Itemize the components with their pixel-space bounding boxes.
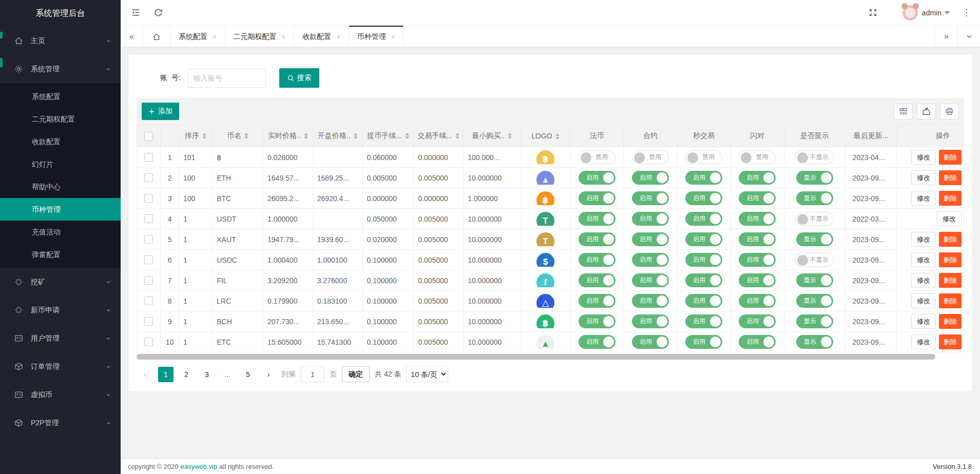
visible-toggle[interactable]: 不显示 — [795, 212, 834, 226]
contract-toggle[interactable]: 启用 — [632, 171, 669, 185]
visible-toggle[interactable]: 不显示 — [795, 253, 834, 267]
visible-toggle[interactable]: 显示 — [796, 171, 833, 185]
prev-page-icon[interactable]: ‹ — [138, 367, 153, 382]
column-header[interactable]: 币名 — [213, 125, 263, 147]
sidebar-item-users[interactable]: 用户管理 — [0, 324, 121, 352]
avatar[interactable] — [902, 5, 918, 21]
seconds-trade-toggle[interactable]: 启用 — [685, 212, 722, 226]
sidebar-item-mining[interactable]: 挖矿 — [0, 268, 121, 296]
tab-active[interactable]: 币种管理× — [349, 26, 404, 47]
fiat-toggle[interactable]: 启用 — [579, 314, 616, 328]
sidebar-subitem[interactable]: 幻灯片 — [0, 153, 121, 175]
fullscreen-icon[interactable] — [868, 7, 879, 18]
edit-button[interactable]: 修改 — [911, 232, 936, 247]
contract-toggle[interactable]: 禁用 — [632, 150, 669, 164]
row-checkbox[interactable] — [144, 194, 153, 203]
delete-button[interactable]: 删除 — [939, 334, 962, 349]
contract-toggle[interactable]: 启用 — [632, 273, 669, 287]
sidebar-subitem[interactable]: 系统配置 — [0, 85, 121, 108]
visible-toggle[interactable]: 显示 — [796, 314, 833, 328]
fiat-toggle[interactable]: 启用 — [579, 232, 616, 246]
scrollbar-thumb[interactable] — [137, 354, 935, 360]
row-checkbox[interactable] — [144, 276, 153, 285]
flash-swap-toggle[interactable]: 启用 — [739, 171, 776, 185]
tab-item[interactable]: 二元期权配置× — [225, 26, 295, 47]
sort-icon[interactable] — [555, 133, 560, 140]
edit-button[interactable]: 修改 — [911, 150, 936, 165]
tab-home-icon[interactable] — [143, 26, 170, 47]
search-button[interactable]: 搜索 — [279, 68, 319, 88]
page-button[interactable]: 5 — [240, 367, 256, 382]
seconds-trade-toggle[interactable]: 启用 — [685, 171, 722, 185]
fiat-toggle[interactable]: 禁用 — [579, 150, 616, 164]
contract-toggle[interactable]: 启用 — [632, 294, 669, 308]
sidebar-subitem[interactable]: 帮助中心 — [0, 175, 121, 198]
page-button-active[interactable]: 1 — [158, 367, 174, 382]
row-checkbox[interactable] — [144, 317, 153, 326]
edit-button[interactable]: 修改 — [911, 191, 936, 206]
seconds-trade-toggle[interactable]: 启用 — [685, 253, 722, 267]
edit-button[interactable]: 修改 — [937, 211, 962, 226]
select-all-checkbox[interactable] — [144, 132, 153, 141]
sidebar-subitem[interactable]: 弹窗配置 — [0, 243, 121, 266]
sidebar-subitem[interactable]: 充值活动 — [0, 221, 121, 243]
flash-swap-toggle[interactable]: 启用 — [739, 232, 776, 246]
flash-swap-toggle[interactable]: 启用 — [739, 335, 776, 349]
flash-swap-toggle[interactable]: 启用 — [739, 294, 776, 308]
fiat-toggle[interactable]: 启用 — [579, 273, 616, 287]
page-size-select[interactable]: 10 条/页 — [406, 366, 448, 382]
fiat-toggle[interactable]: 启用 — [579, 191, 616, 205]
tab-item[interactable]: 系统配置× — [170, 26, 225, 47]
sort-icon[interactable] — [202, 133, 206, 139]
jump-page-input[interactable] — [301, 366, 324, 382]
delete-button[interactable]: 删除 — [939, 273, 962, 288]
visible-toggle[interactable]: 显示 — [796, 232, 833, 246]
sidebar-subitem[interactable]: 二元期权配置 — [0, 108, 121, 130]
seconds-trade-toggle[interactable]: 禁用 — [685, 150, 722, 164]
account-input[interactable] — [188, 69, 266, 88]
contract-toggle[interactable]: 启用 — [632, 232, 669, 246]
contract-toggle[interactable]: 启用 — [632, 212, 669, 226]
fiat-toggle[interactable]: 启用 — [579, 335, 616, 349]
row-checkbox[interactable] — [144, 173, 153, 182]
seconds-trade-toggle[interactable]: 启用 — [685, 314, 722, 328]
seconds-trade-toggle[interactable]: 启用 — [685, 335, 722, 349]
sidebar-item-system[interactable]: 系统管理 — [0, 55, 121, 83]
close-tab-icon[interactable]: × — [336, 33, 340, 41]
sidebar-item-orders[interactable]: 订单管理 — [0, 352, 121, 381]
sidebar-subitem-active[interactable]: 币种管理 — [0, 198, 121, 221]
flash-swap-toggle[interactable]: 启用 — [739, 314, 776, 328]
column-header[interactable]: 排序 — [179, 125, 213, 147]
row-checkbox[interactable] — [144, 214, 153, 223]
sidebar-item-new-coin[interactable]: 新币申请 — [0, 296, 121, 324]
flash-swap-toggle[interactable]: 启用 — [739, 191, 776, 205]
close-tab-icon[interactable]: × — [282, 33, 286, 41]
jump-confirm-button[interactable]: 确定 — [342, 366, 370, 382]
flash-swap-toggle[interactable]: 启用 — [739, 273, 776, 287]
sidebar-subitem[interactable]: 收款配置 — [0, 130, 121, 153]
delete-button[interactable]: 删除 — [939, 191, 962, 206]
columns-toggle-button[interactable] — [894, 104, 913, 120]
close-tab-icon[interactable]: × — [213, 33, 217, 41]
contract-toggle[interactable]: 启用 — [632, 314, 669, 328]
edit-button[interactable]: 修改 — [911, 252, 936, 267]
fiat-toggle[interactable]: 启用 — [579, 171, 616, 185]
edit-button[interactable]: 修改 — [911, 334, 936, 349]
delete-button[interactable]: 删除 — [939, 293, 962, 308]
sidebar-item-virtual-coin[interactable]: 虚拟币 — [0, 381, 121, 409]
user-menu[interactable]: admin — [922, 9, 950, 17]
edit-button[interactable]: 修改 — [911, 273, 936, 288]
sort-icon[interactable] — [405, 133, 409, 139]
column-header[interactable]: 开盘价格.. — [313, 125, 362, 147]
tab-item[interactable]: 收款配置× — [294, 26, 349, 47]
column-header[interactable]: 交易手续... — [414, 125, 464, 147]
visible-toggle[interactable]: 显示 — [796, 191, 833, 205]
fiat-toggle[interactable]: 启用 — [579, 212, 616, 226]
footer-link[interactable]: easyweb.vip — [180, 463, 217, 470]
seconds-trade-toggle[interactable]: 启用 — [685, 294, 722, 308]
visible-toggle[interactable]: 显示 — [796, 294, 833, 308]
refresh-icon[interactable] — [152, 7, 164, 18]
row-checkbox[interactable] — [144, 297, 153, 305]
seconds-trade-toggle[interactable]: 启用 — [685, 273, 722, 287]
flash-swap-toggle[interactable]: 启用 — [739, 253, 776, 267]
